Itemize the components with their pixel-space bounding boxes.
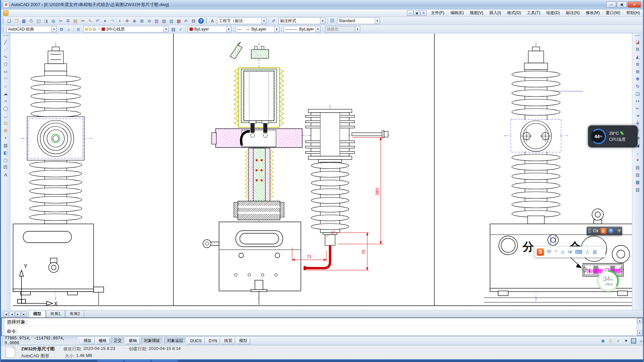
save-icon[interactable]: ▦ (20, 17, 28, 24)
etransmit-icon[interactable]: ◍ (50, 17, 57, 24)
punctuation-icon[interactable]: °’ (554, 249, 557, 255)
menu-item[interactable]: 工具(T) (524, 9, 543, 16)
menu-item[interactable]: 标注(N) (563, 9, 583, 16)
mdi-restore-button[interactable]: ▣ (414, 10, 420, 16)
construction-line-icon[interactable]: ⋰ (2, 46, 9, 53)
spline-icon[interactable]: ≈ (2, 97, 9, 105)
gradient-icon[interactable]: ◧ (2, 149, 9, 156)
osnap-toggle[interactable]: 对象捕捉 (141, 338, 163, 344)
dim-style-dropdown[interactable]: 标注样式▼ (278, 17, 325, 24)
polyline-icon[interactable]: ∿ (2, 53, 9, 60)
grid-toggle[interactable]: 栅格 (96, 338, 110, 344)
new-file-icon[interactable]: ❏ (5, 17, 13, 24)
scroll-up-icon[interactable]: ▲ (637, 318, 642, 323)
cut-icon[interactable]: ✂ (57, 17, 64, 24)
ellipse-arc-icon[interactable]: ◡ (2, 112, 9, 119)
copy-icon[interactable]: ⧉ (64, 17, 72, 24)
make-block-icon[interactable]: ⊞ (2, 127, 9, 134)
table-style-icon[interactable]: 田 (329, 17, 336, 24)
language-indicator[interactable]: CH (593, 229, 598, 234)
layer-on-icon[interactable] (85, 28, 88, 31)
toolbar-unlock-icon[interactable]: ⚿ (608, 338, 614, 344)
layer-thaw-icon[interactable] (89, 28, 92, 31)
menu-item[interactable]: 格式(O) (504, 9, 524, 16)
layer-color-swatch[interactable] (102, 27, 105, 31)
match-cell-icon[interactable]: ✎ (87, 17, 94, 24)
command-window[interactable]: 选择对象: 命令: ▲ ▼ (1, 317, 643, 336)
tab-nav-button[interactable]: ▶ (15, 312, 21, 317)
window-resize-grip[interactable]: ◢ (639, 339, 642, 343)
chevron-down-icon[interactable]: ▼ (163, 26, 168, 32)
array-icon[interactable]: ⊞ (634, 68, 641, 75)
designcenter-icon[interactable]: ▧ (160, 17, 168, 24)
toolbar-grip[interactable] (635, 35, 641, 37)
layer-properties-manager-icon[interactable]: ≣ (75, 26, 82, 33)
toolbar-grip[interactable] (3, 18, 4, 24)
offset-icon[interactable]: ≣ (634, 60, 641, 68)
menu-item[interactable]: 帮助(H) (623, 9, 643, 16)
polar-toggle[interactable]: 极轴 (126, 338, 140, 344)
tab-nav-button[interactable]: |◀ (3, 312, 9, 317)
revision-cloud-icon[interactable]: ☁ (2, 90, 9, 97)
arc-icon[interactable]: ◠ (2, 75, 9, 82)
polygon-icon[interactable]: ⬠ (2, 60, 9, 68)
chevron-down-icon[interactable]: ▼ (51, 26, 56, 32)
insert-block-icon[interactable]: ⊡ (2, 119, 9, 127)
redo-dropdown-icon[interactable]: ▾ (116, 17, 123, 24)
cpu-temperature-widget[interactable]: 44% 28°C CPU温度 (588, 125, 638, 147)
toolbar-grip[interactable] (3, 26, 4, 32)
plot-preview-icon[interactable]: ◱ (35, 17, 42, 24)
mtext-icon[interactable]: A (2, 171, 9, 178)
taskbar[interactable] (1, 359, 643, 362)
copy-object-icon[interactable]: ⧉ (634, 46, 641, 53)
layer-vp-freeze-icon[interactable] (93, 28, 96, 31)
taskbar-button[interactable] (97, 360, 123, 362)
chevron-down-icon[interactable]: ▼ (226, 26, 231, 32)
ducs-toggle[interactable]: DUCS (187, 338, 205, 344)
close-button[interactable]: ✕ (628, 1, 641, 8)
workspace-dropdown[interactable]: AutoCAD 经典▼ (6, 26, 57, 33)
redo-icon[interactable]: ↷ (109, 17, 116, 24)
explode-icon[interactable]: ✶ (634, 156, 641, 164)
plot-icon[interactable]: ⎙ (28, 17, 35, 24)
taskbar-button[interactable] (152, 360, 178, 362)
toolbox-icon[interactable]: ⊞ (593, 249, 597, 255)
snap-toggle[interactable]: 捕捉 (80, 338, 95, 344)
stretch-icon[interactable]: ↦ (634, 97, 641, 105)
status-dropdown-icon[interactable]: ▾ (623, 338, 629, 344)
draworder-front-icon[interactable]: ▤ (634, 164, 641, 171)
help-icon[interactable]: ? (198, 18, 204, 24)
annotation-icon[interactable]: ✓ (615, 338, 622, 344)
layer-dropdown[interactable]: ⚿ 3中心线层 ▼ (83, 26, 169, 33)
ime-help-icon[interactable]: ? (608, 228, 614, 234)
tab-layout1[interactable]: 布局1 (46, 310, 65, 317)
account-icon[interactable]: 人 (585, 249, 590, 255)
download-progress-widget[interactable]: 34% ↓ 0K/s (597, 270, 619, 292)
text-style-dropdown[interactable]: 工程字（标注:▼ (217, 17, 267, 24)
erase-icon[interactable]: ◪ (634, 38, 641, 46)
command-scrollbar[interactable]: ▲ ▼ (637, 318, 642, 336)
scroll-down-icon[interactable]: ▼ (637, 330, 642, 336)
menu-item[interactable]: 窗口(W) (603, 9, 623, 16)
language-bar[interactable]: CH S ? ▬▾ (587, 227, 622, 235)
paste-icon[interactable]: ▤ (72, 17, 79, 24)
menu-item[interactable]: 视图(V) (467, 9, 486, 16)
scale-icon[interactable]: ◲ (634, 90, 641, 97)
fillet-icon[interactable]: ◞ (634, 149, 641, 156)
toolbar-grip[interactable] (3, 35, 9, 37)
zoom-window-icon[interactable]: ⊞ (138, 17, 146, 24)
hatch-icon[interactable]: ▨ (2, 141, 9, 149)
tab-nav-button[interactable]: ▶| (21, 312, 27, 317)
match-properties-icon[interactable]: ✑ (79, 17, 87, 24)
rectangle-icon[interactable]: ▭ (2, 68, 9, 75)
mdi-close-button[interactable]: ✕ (420, 10, 427, 16)
menu-item[interactable]: 文件(F) (428, 9, 447, 16)
chevron-down-icon[interactable]: ▼ (261, 18, 266, 24)
region-icon[interactable]: ▢ (2, 156, 9, 164)
taskbar-button[interactable] (124, 360, 151, 362)
sogou-input-toolbar[interactable]: S 中°’☺Ψ⌨人⊞ (534, 246, 605, 257)
ortho-toggle[interactable]: 正交 (111, 338, 125, 344)
extend-icon[interactable]: ↠ (634, 112, 641, 119)
layer-states-icon[interactable]: ▤ (170, 26, 177, 33)
ellipse-icon[interactable]: ◯ (2, 105, 9, 112)
